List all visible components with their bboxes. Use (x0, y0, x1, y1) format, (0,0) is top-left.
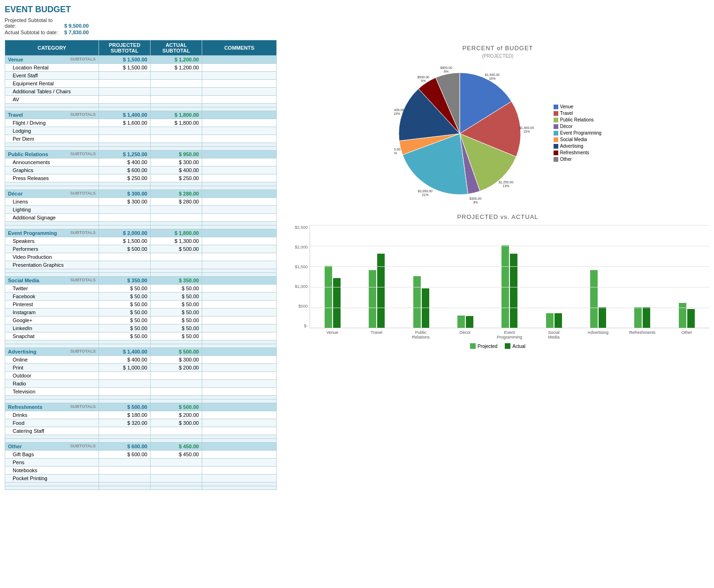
actual-subtotal: $ 1,200.00 (151, 56, 202, 64)
proj-subtotal: $ 500.00 (99, 403, 151, 411)
table-row: Snapchat $ 50.00 $ 50.00 (5, 332, 277, 340)
empty-row (5, 143, 277, 147)
item-actual (151, 72, 202, 80)
budget-table: CATEGORY PROJECTED SUBTOTAL ACTUAL SUBTO… (5, 40, 277, 490)
category-name: Venue SUBTOTALS (5, 56, 99, 64)
bar-group (667, 225, 707, 328)
legend-item: Travel (554, 111, 601, 116)
legend-item: Public Relations (554, 117, 601, 122)
legend-color (554, 151, 558, 155)
item-actual: $ 50.00 (151, 301, 202, 309)
empty-row (5, 222, 277, 226)
bar-chart-section: PROJECTED vs. ACTUAL $2,500$2,000$1,500$… (286, 213, 709, 349)
item-actual: $ 1,800.00 (151, 119, 202, 127)
item-name: Catering Staff (5, 427, 99, 435)
item-comment (202, 380, 277, 388)
item-name: Announcements (5, 158, 99, 166)
item-comment (202, 356, 277, 364)
category-row: Advertising SUBTOTALS $ 1,400.00 $ 500.0… (5, 348, 277, 356)
empty-row (5, 273, 277, 277)
item-proj: $ 1,500.00 (99, 64, 151, 72)
bar-group (445, 225, 486, 328)
table-row: Catering Staff (5, 427, 277, 435)
table-row: Gift Bags $ 600.00 $ 450.00 (5, 451, 277, 459)
col-category: CATEGORY (5, 40, 99, 56)
projected-bar (325, 266, 332, 328)
empty-row (5, 182, 277, 186)
item-proj: $ 400.00 (99, 356, 151, 364)
projected-bar (590, 270, 598, 328)
item-proj (99, 72, 151, 80)
legend-label: Advertising (560, 143, 583, 149)
col-comments: COMMENTS (202, 40, 277, 56)
legend-item: Social Media (554, 137, 601, 142)
item-actual (151, 96, 202, 104)
table-row: Print $ 1,000.00 $ 200.00 (5, 364, 277, 372)
empty-row (5, 439, 277, 443)
item-name: Location Rental (5, 64, 99, 72)
bar-chart-legend: ProjectedActual (286, 343, 709, 349)
legend-color (554, 137, 558, 142)
pie-legend: VenueTravelPublic RelationsDécorEvent Pr… (554, 104, 601, 163)
item-actual: $ 200.00 (151, 364, 202, 372)
projected-bar (634, 307, 642, 328)
comments (202, 111, 277, 119)
bar-group (622, 225, 662, 328)
x-axis-label: Other (667, 330, 707, 339)
item-proj: $ 50.00 (99, 285, 151, 293)
item-proj (99, 214, 151, 222)
item-proj (99, 261, 151, 269)
category-name: Other SUBTOTALS (5, 443, 99, 451)
pie-outer-label: $1,250.0013% (499, 180, 513, 187)
table-row: Graphics $ 600.00 $ 400.00 (5, 166, 277, 174)
item-actual (151, 135, 202, 143)
item-name: Twitter (5, 285, 99, 293)
item-comment (202, 261, 277, 269)
item-name: Drinks (5, 411, 99, 419)
legend-item: Event Programming (554, 130, 601, 136)
item-comment (202, 135, 277, 143)
legend-color (554, 111, 558, 116)
actual-subtotal: $ 350.00 (151, 277, 202, 285)
proj-subtotal: $ 1,400.00 (99, 348, 151, 356)
category-row: Venue SUBTOTALS $ 1,500.00 $ 1,200.00 (5, 56, 277, 64)
item-name: Linens (5, 198, 99, 206)
actual-bar (687, 309, 695, 328)
item-proj: $ 1,000.00 (99, 364, 151, 372)
comments (202, 229, 277, 237)
legend-item: Décor (554, 124, 601, 129)
legend-label: Venue (560, 104, 573, 109)
item-comment (202, 214, 277, 222)
comments (202, 403, 277, 411)
item-name: AV (5, 96, 99, 104)
table-row: Drinks $ 180.00 $ 200.00 (5, 411, 277, 419)
item-name: Gift Bags (5, 451, 99, 459)
pie-chart-container: $1,500.0016%$1,400.0015%$1,250.0013%$300… (286, 63, 709, 204)
table-row: Additional Tables / Chairs (5, 88, 277, 96)
category-row: Travel SUBTOTALS $ 1,400.00 $ 1,800.00 (5, 111, 277, 119)
item-actual (151, 372, 202, 380)
item-proj (99, 127, 151, 135)
legend-label: Public Relations (560, 117, 594, 122)
actual-bar (599, 307, 606, 328)
proj-subtotal: $ 600.00 (99, 443, 151, 451)
category-name: Travel SUBTOTALS (5, 111, 99, 119)
x-axis-label: EventProgramming (489, 330, 530, 339)
item-comment (202, 96, 277, 104)
item-comment (202, 419, 277, 427)
category-row: Public Relations SUBTOTALS $ 1,250.00 $ … (5, 151, 277, 158)
empty-row (5, 147, 277, 151)
item-name: LinkedIn (5, 324, 99, 332)
table-row: Per Diem (5, 135, 277, 143)
item-proj (99, 459, 151, 467)
legend-label: Social Media (560, 137, 587, 142)
item-comment (202, 309, 277, 317)
item-proj: $ 50.00 (99, 324, 151, 332)
item-name: Graphics (5, 166, 99, 174)
legend-color (554, 157, 558, 162)
actual-bar (554, 313, 562, 328)
table-row: Announcements $ 400.00 $ 300.00 (5, 158, 277, 166)
legend-item: Advertising (554, 143, 601, 149)
item-comment (202, 372, 277, 380)
pie-chart-subtitle: (PROJECTED) (286, 53, 709, 59)
